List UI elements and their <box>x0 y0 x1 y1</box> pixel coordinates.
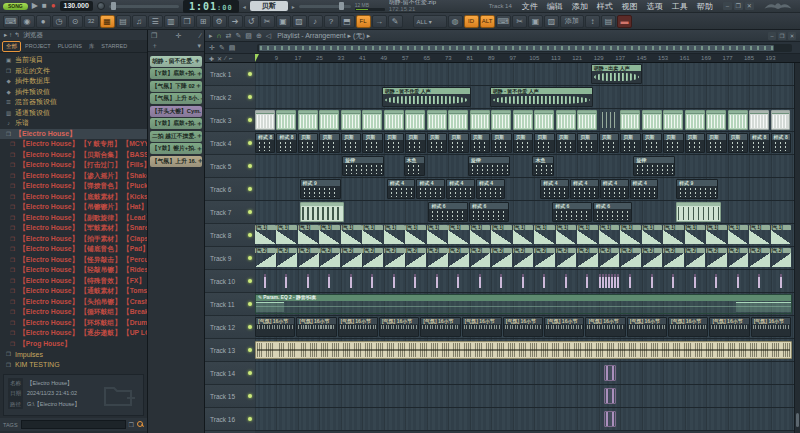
pattern-clip[interactable]: 样式 6 <box>552 202 592 222</box>
midi-hit-clip[interactable] <box>285 274 287 288</box>
settings-button[interactable]: ⚙ <box>212 15 227 28</box>
audio-clip[interactable] <box>255 341 792 359</box>
track-led[interactable] <box>248 256 252 260</box>
piano-roll-button[interactable]: ♫ <box>132 15 147 28</box>
audio-clip[interactable]: [气 2] <box>663 248 684 268</box>
pattern-clip[interactable]: 贝斯 <box>427 133 447 153</box>
midi-hit-clip[interactable] <box>617 274 619 288</box>
track-led[interactable] <box>248 187 252 191</box>
pattern-clip[interactable]: 贝斯 <box>534 133 554 153</box>
playhead-marker[interactable] <box>255 54 259 62</box>
add-track-icon[interactable]: ✚ <box>209 55 214 62</box>
audio-clip[interactable] <box>341 110 361 130</box>
audio-clip[interactable]: [气 1] <box>491 225 512 245</box>
audio-clip[interactable]: [气 1] <box>642 225 663 245</box>
audio-clip[interactable]: [气氛] 16小节 <box>709 317 749 337</box>
audio-clip[interactable] <box>319 110 339 130</box>
browser-folder[interactable]: ❒【Electro House】 【特殊音效】 【FX】 <box>0 276 147 287</box>
browser-folder[interactable]: ❒【Electro House】 【环坏鼓组】 【Drum Loops】 <box>0 318 147 329</box>
audio-clip[interactable] <box>706 110 726 130</box>
menu-item-5[interactable]: 选项 <box>647 1 663 12</box>
audio-clip[interactable] <box>685 110 705 130</box>
audio-clip[interactable]: [气 2] <box>513 248 534 268</box>
playlist-restore-button[interactable]: ❐ <box>778 32 786 40</box>
track-header-11[interactable]: Track 11 <box>205 293 255 316</box>
playback-tool-icon[interactable]: ◁ <box>266 32 271 39</box>
browser-folder[interactable]: ❒KIM TESTING <box>0 360 147 371</box>
center-playhead-button[interactable]: ↕ <box>585 15 600 28</box>
midi-hit-clip[interactable] <box>264 274 266 288</box>
audio-clip[interactable]: [气 2] <box>642 248 663 268</box>
track-led[interactable] <box>248 118 252 122</box>
pattern-clip[interactable]: 贝斯 <box>491 133 511 153</box>
audio-clip[interactable]: [气氛] 16小节 <box>503 317 543 337</box>
help-button[interactable]: ? <box>324 15 339 28</box>
audio-clip[interactable]: [气 2] <box>470 248 491 268</box>
timeline-ruler[interactable]: 9172533414957657381899710511312112913714… <box>255 54 800 62</box>
track-header-10[interactable]: Track 10 <box>205 270 255 293</box>
audio-clip[interactable]: [气氛] 16小节 <box>544 317 584 337</box>
browser-folder[interactable]: ❒【Electro House】 【头拍吊镲】 【Crashes】 <box>0 297 147 308</box>
audio-clip[interactable] <box>405 110 425 130</box>
record-button[interactable]: ● <box>51 2 56 10</box>
pattern-clip[interactable]: 样式 8 <box>749 133 769 153</box>
picker-pattern-9[interactable]: 【气氛】上升 16.＋ <box>150 156 202 167</box>
picker-pattern-4[interactable]: 【气氛】上升 8小.＋ <box>150 93 202 104</box>
add-label[interactable]: 添加 <box>560 15 584 28</box>
pattern-clip[interactable]: 贝斯 <box>362 133 382 153</box>
pattern-clip[interactable]: 贝斯 <box>384 133 404 153</box>
audio-clip[interactable]: [气氛] 16小节 <box>462 317 502 337</box>
track-header-5[interactable]: Track 5 <box>205 155 255 178</box>
typing-keyboard-icon[interactable]: ⌨ <box>3 15 19 28</box>
note-tick[interactable] <box>602 112 603 128</box>
playlist-vscrollbar[interactable] <box>794 63 800 433</box>
picker-add-icon[interactable]: ＋ <box>151 42 158 49</box>
audio-clip[interactable]: [气 1] <box>534 225 555 245</box>
pattern-clip[interactable]: 旋律 <box>468 156 510 176</box>
track-header-6[interactable]: Track 6 <box>205 178 255 201</box>
midi-hit-clip[interactable] <box>436 274 438 288</box>
project-picker-button[interactable]: ⊞ <box>196 15 211 28</box>
track-led[interactable] <box>248 394 252 398</box>
midi-hit-clip[interactable] <box>780 274 782 288</box>
jump-next-button[interactable]: → <box>372 15 387 28</box>
pattern-clip[interactable] <box>300 202 345 222</box>
midi-hit-clip[interactable] <box>371 274 373 288</box>
id-button[interactable]: ID <box>464 15 479 28</box>
tags-search-icon[interactable] <box>137 421 144 428</box>
pattern-clip[interactable]: 贝斯 <box>663 133 683 153</box>
browser-item[interactable]: ▣当前项目 <box>0 55 147 66</box>
pattern-add-icon[interactable]: ＋ <box>196 144 202 154</box>
browser-folder[interactable]: ❒【Electro House】 【轻敲吊镲】 【Rides】 <box>0 265 147 276</box>
midi-hit-clip[interactable] <box>543 274 545 288</box>
audio-clip[interactable] <box>298 110 318 130</box>
audio-clip[interactable]: [气氛] 16小节 <box>338 317 378 337</box>
audio-clip[interactable]: [气 2] <box>599 248 620 268</box>
picker-pattern-2[interactable]: 【Y鼓】底鼓+拍.＋ <box>150 68 202 79</box>
pattern-clip[interactable]: 贝斯 <box>405 133 425 153</box>
pattern-add-icon[interactable]: ＋ <box>195 81 202 91</box>
track-led[interactable] <box>248 371 252 375</box>
menu-item-6[interactable]: 工具 <box>672 1 688 12</box>
midi-hit-clip[interactable] <box>565 274 567 288</box>
pattern-clip[interactable]: 木鱼 <box>532 156 554 176</box>
browser-toggle-button[interactable]: ❒ <box>180 15 195 28</box>
audio-clip[interactable]: [气 2] <box>384 248 405 268</box>
playlist-minimap-scrollbar[interactable] <box>257 44 792 52</box>
alt-button[interactable]: ALT <box>480 15 495 28</box>
keys-button[interactable]: ⌨ <box>496 15 512 28</box>
pattern-clip[interactable]: 样式 4 <box>630 179 659 199</box>
wait-for-input-icon[interactable]: ⊙ <box>68 15 83 28</box>
audio-clip[interactable]: [气氛] 16小节 <box>668 317 708 337</box>
midi-clip[interactable] <box>604 365 616 381</box>
pattern-clip[interactable]: 贝斯 <box>728 133 748 153</box>
audio-clip[interactable]: [气 1] <box>706 225 727 245</box>
audio-clip[interactable] <box>663 110 683 130</box>
audio-clip[interactable]: [气 2] <box>685 248 706 268</box>
audio-clip[interactable] <box>276 110 296 130</box>
pattern-clip[interactable]: 贝斯 <box>599 133 619 153</box>
browser-folder[interactable]: ❒【Electro House】 【军鼓素材】 【Snares】 <box>0 223 147 234</box>
track-led[interactable] <box>248 302 252 306</box>
picker-pattern-6[interactable]: 【Y鼓】底鼓+拍.＋ <box>150 118 202 129</box>
center-view-button[interactable]: ⬒ <box>340 15 355 28</box>
